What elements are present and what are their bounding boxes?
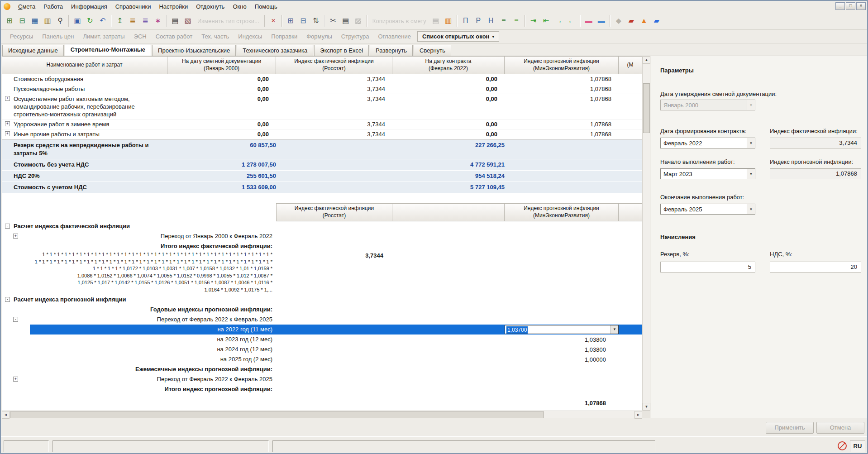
calc-row[interactable]: + Переход от Февраль 2022 к Февраль 2025… (2, 374, 642, 384)
expander-icon[interactable]: + (13, 377, 18, 382)
Осуществление работ вахтовым методом, командирование рабочих, перебазирование строительно-монтажных организаций[interactable]: + Осуществление работ вахтовым методом, … (2, 94, 642, 119)
worksheet-icon[interactable]: ▦ (29, 14, 41, 27)
shift-left-icon[interactable]: ← (565, 14, 578, 27)
shift-right-icon[interactable]: → (553, 14, 565, 27)
tree-pane-icon[interactable]: ≡ (497, 14, 510, 27)
indent-decrease-icon[interactable]: ⇤ (540, 14, 553, 27)
expander-icon[interactable]: - (5, 224, 10, 229)
horizontal-scrollbar[interactable]: ◄ ► (2, 411, 642, 418)
chevron-down-icon[interactable]: ▼ (610, 325, 618, 334)
panel-tab[interactable]: Тех. часть (197, 31, 234, 42)
calc-row[interactable]: на 2022 год (11 мес) 1,03700 ▼ (2, 325, 642, 335)
calc-row[interactable]: Итого индекс прогнозной инфляции: ▼ (2, 384, 642, 394)
printer-icon[interactable]: ▤ (169, 14, 181, 27)
maximize-button[interactable]: □ (846, 2, 855, 10)
column-header[interactable]: Индекс фактической инфляции(Росстат) (276, 204, 392, 221)
work-end-combo[interactable]: Февраль 2025▼ (660, 204, 755, 215)
calc-row[interactable]: - Расчет индекса прогнозной инфляции ▼ (2, 295, 642, 305)
move-rows-icon[interactable]: ⇅ (310, 14, 322, 27)
Пусконаладочные работы[interactable]: Пусконаладочные работы 0,00 3,7344 0,00 … (2, 84, 642, 94)
language-indicator[interactable]: RU (850, 440, 865, 452)
export-icon[interactable]: ↥ (114, 14, 126, 27)
calc-row[interactable]: Годовые индексы прогнозной инфляции: ▼ (2, 305, 642, 315)
document-tab[interactable]: Проектно-Изыскательские (152, 45, 236, 56)
scroll-up-icon[interactable]: ▲ (643, 56, 650, 64)
clipboard-icon[interactable]: ▥ (442, 14, 455, 27)
insert-row-icon[interactable]: ≣ (126, 14, 139, 27)
expander-icon[interactable]: - (5, 297, 10, 302)
highlighter-pink-icon[interactable]: ▬ (582, 14, 595, 27)
search-icon[interactable]: ⚲ (54, 14, 67, 27)
menu-item[interactable]: Информация (67, 2, 111, 11)
vehicle-blue-icon[interactable]: ▰ (650, 14, 663, 27)
calc-row[interactable]: 1,07868 ▼ (2, 398, 642, 410)
document-tab[interactable]: Исходные данные (2, 45, 64, 56)
close-button[interactable]: × (856, 2, 866, 10)
work-start-combo[interactable]: Март 2023▼ (660, 168, 755, 179)
column-header[interactable]: Индекс прогнозной инфляции(МинЭкономРазв… (505, 57, 619, 74)
calc-row[interactable]: - Переход от Февраль 2022 к Февраль 2025… (2, 315, 642, 325)
contract-date-combo[interactable]: Февраль 2022▼ (660, 138, 755, 148)
tree-level-icon[interactable]: ⊞ (3, 14, 16, 27)
menu-item[interactable]: Работа (39, 2, 67, 11)
norms-panel-icon[interactable]: Н (485, 14, 497, 27)
wizard-icon[interactable]: ∗ (152, 14, 164, 27)
save-icon[interactable]: ▣ (71, 14, 84, 27)
expander-icon[interactable]: - (13, 317, 18, 322)
indent-increase-icon[interactable]: ⇥ (527, 14, 540, 27)
panel-tab[interactable]: Лимит. затраты (79, 31, 129, 42)
cut-icon[interactable]: ✂ (327, 14, 339, 27)
app-icon[interactable] (4, 3, 10, 10)
group-rows-icon[interactable]: ⊞ (284, 14, 297, 27)
Стоимость оборудования[interactable]: Стоимость оборудования 0,00 3,7344 0,00 … (2, 74, 642, 84)
panel-tab[interactable]: Формулы (302, 31, 337, 42)
menu-item[interactable]: Окно (229, 2, 250, 11)
calc-row[interactable]: на 2024 год (12 мес) 1,03800 ▼ (2, 344, 642, 354)
document-tab[interactable]: Экспорт в Excel (314, 45, 369, 56)
column-header[interactable]: Индекс прогнозной инфляции(МинЭкономРазв… (505, 204, 619, 221)
column-header[interactable] (619, 204, 642, 221)
column-header[interactable]: На дату контракта(Февраль 2022) (392, 57, 505, 74)
Резерв средств на непредвиденные работы и затраты 5%[interactable]: Резерв средств на непредвиденные работы … (2, 139, 642, 159)
ungroup-rows-icon[interactable]: ⊟ (297, 14, 310, 27)
calc-row[interactable]: - Расчет индекса фактической инфляции (2, 221, 642, 231)
panel-tab[interactable]: ЭСН (129, 31, 151, 42)
undo-icon[interactable]: ↶ (96, 14, 109, 27)
vehicle-red-icon[interactable]: ▰ (625, 14, 638, 27)
open-windows-dropdown[interactable]: Список открытых окон ▾ (417, 31, 499, 42)
vertical-scroll-thumb[interactable] (643, 83, 650, 133)
vertical-scrollbar[interactable]: ▲ ▼ (642, 56, 650, 411)
document-tab[interactable]: Строительно-Монтажные (65, 44, 151, 56)
column-header[interactable] (392, 204, 505, 221)
column-header[interactable]: (М (619, 57, 642, 74)
column-header[interactable]: Индекс фактической инфляции(Росстат) (276, 57, 392, 74)
expander-icon[interactable]: + (5, 121, 10, 126)
copy-icon[interactable]: ▤ (339, 14, 352, 27)
estimate-parameters-icon[interactable]: ▥ (41, 14, 54, 27)
Стоимость с учетом НДС[interactable]: Стоимость с учетом НДС 1 533 609,00 5 72… (2, 182, 642, 193)
scroll-left-icon[interactable]: ◄ (2, 411, 10, 419)
reserve-input[interactable]: 5 (660, 262, 755, 272)
menu-item[interactable]: Смета (14, 2, 39, 11)
delete-row-icon[interactable]: × (267, 14, 280, 27)
calc-row[interactable]: на 2025 год (2 мес) 1,00000 ▼ (2, 354, 642, 364)
cone-orange-icon[interactable]: ▲ (638, 14, 650, 27)
document-tab[interactable]: Развернуть (370, 45, 413, 56)
panel-tab[interactable]: Панель цен (38, 31, 78, 42)
calc-row[interactable]: + Переход от Январь 2000 к Февраль 2022 (2, 231, 642, 241)
document-tab[interactable]: Технического заказчика (237, 45, 313, 56)
НДС 20%[interactable]: НДС 20% 255 601,50 954 518,24 (2, 171, 642, 182)
panel-tab[interactable]: Оглавление (374, 31, 415, 42)
highlighter-blue-icon[interactable]: ▬ (595, 14, 608, 27)
column-header[interactable]: На дату сметной документации(Январь 2000… (167, 57, 276, 74)
panel-tab[interactable]: Поправки (267, 31, 302, 42)
resources-panel-icon[interactable]: Р (472, 14, 485, 27)
Стоимость без учета НДС[interactable]: Стоимость без учета НДС 1 278 007,50 4 7… (2, 159, 642, 171)
tree-structure-icon[interactable]: ⊟ (16, 14, 29, 27)
menu-item[interactable]: Отдохнуть (192, 2, 229, 11)
price-panel-icon[interactable]: П (459, 14, 472, 27)
Удорожание работ в зимнее время[interactable]: + Удорожание работ в зимнее время 0,00 3… (2, 119, 642, 129)
insert-section-icon[interactable]: ≣ (139, 14, 152, 27)
calc-row[interactable]: Ежемесячные индексы прогнозной инфляции:… (2, 364, 642, 374)
panel-tab[interactable]: Индексы (234, 31, 267, 42)
